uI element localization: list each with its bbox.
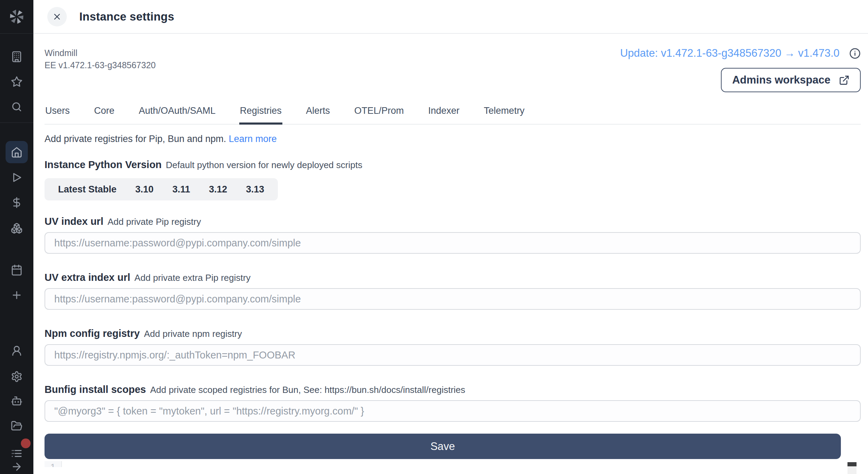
python-version-hint: Default python version for newly deploye… — [166, 160, 362, 170]
drawer-header: Instance settings — [33, 0, 868, 34]
product-name: Windmill — [45, 47, 156, 59]
tab-indexer[interactable]: Indexer — [427, 105, 460, 124]
star-icon[interactable] — [11, 76, 23, 88]
editor-peek: 1 — [45, 461, 861, 467]
list-icon[interactable] — [11, 448, 23, 459]
page-title: Instance settings — [79, 10, 174, 23]
bunfig-install-scopes-input[interactable] — [45, 400, 861, 422]
python-option-latest-stable[interactable]: Latest Stable — [49, 178, 126, 200]
robot-icon[interactable] — [11, 395, 23, 407]
edition-version: EE v1.472.1-63-g348567320 — [45, 59, 156, 71]
instance-version: Windmill EE v1.472.1-63-g348567320 — [45, 47, 156, 92]
gear-icon[interactable] — [11, 371, 23, 382]
npm-config-registry-hint: Add private npm registry — [144, 329, 242, 339]
npm-config-registry-input[interactable] — [45, 344, 861, 366]
tab-registries[interactable]: Registries — [239, 105, 282, 124]
sidebar-divider — [0, 33, 33, 34]
tab-otel-prom[interactable]: OTEL/Prom — [354, 105, 405, 124]
admins-workspace-button[interactable]: Admins workspace — [721, 68, 861, 92]
python-version-selector: Latest Stable 3.10 3.11 3.12 3.13 — [45, 178, 278, 200]
info-icon[interactable] — [849, 48, 861, 59]
python-option-3-10[interactable]: 3.10 — [126, 178, 163, 200]
uv-extra-index-url-label: UV extra index url — [45, 272, 130, 283]
python-version-title: Instance Python Version — [45, 159, 162, 170]
admins-workspace-label: Admins workspace — [732, 74, 830, 86]
learn-more-link[interactable]: Learn more — [229, 134, 277, 144]
scrollbar-thumb[interactable] — [847, 462, 857, 466]
settings-tabs: Users Core Auth/OAuth/SAML Registries Al… — [45, 105, 861, 125]
tab-telemetry[interactable]: Telemetry — [483, 105, 525, 124]
calendar-icon[interactable] — [11, 264, 23, 276]
python-option-3-12[interactable]: 3.12 — [200, 178, 237, 200]
tab-auth-oauth-saml[interactable]: Auth/OAuth/SAML — [138, 105, 216, 124]
update-link[interactable]: Update: v1.472.1-63-g348567320 → v1.473.… — [620, 47, 839, 60]
npm-config-registry-label: Npm config registry — [45, 328, 140, 339]
sidebar — [0, 0, 33, 474]
tab-core[interactable]: Core — [94, 105, 115, 124]
notification-badge — [21, 439, 31, 448]
uv-index-url-input[interactable] — [45, 232, 861, 254]
plus-icon[interactable] — [11, 289, 23, 301]
windmill-logo[interactable] — [8, 8, 25, 25]
scrollbar[interactable] — [847, 462, 857, 474]
external-link-icon — [839, 75, 850, 86]
bunfig-install-scopes-hint: Add private scoped registries for Bun, S… — [150, 385, 465, 395]
boxes-icon[interactable] — [11, 222, 23, 234]
building-icon[interactable] — [11, 51, 23, 63]
python-option-3-11[interactable]: 3.11 — [163, 178, 200, 200]
uv-index-url-hint: Add private Pip registry — [107, 216, 201, 227]
user-icon[interactable] — [11, 345, 23, 357]
play-icon[interactable] — [11, 172, 23, 183]
uv-extra-index-url-hint: Add private extra Pip registry — [135, 272, 251, 283]
uv-extra-index-url-input[interactable] — [45, 288, 861, 310]
tab-users[interactable]: Users — [45, 105, 71, 124]
uv-index-url-label: UV index url — [45, 216, 103, 227]
tab-alerts[interactable]: Alerts — [305, 105, 331, 124]
dollar-icon[interactable] — [11, 197, 23, 208]
instance-settings-panel: Instance settings Windmill EE v1.472.1-6… — [33, 0, 868, 474]
registries-intro-text: Add private registries for Pip, Bun and … — [45, 134, 226, 144]
arrow-right-icon[interactable] — [11, 461, 23, 473]
folder-open-icon[interactable] — [11, 420, 23, 432]
home-icon[interactable] — [11, 146, 23, 158]
editor-line-number: 1 — [45, 461, 62, 467]
bunfig-install-scopes-label: Bunfig install scopes — [45, 384, 146, 395]
sidebar-divider — [0, 123, 33, 123]
close-icon — [52, 12, 62, 22]
close-button[interactable] — [47, 7, 67, 26]
save-button[interactable]: Save — [45, 434, 841, 459]
python-option-3-13[interactable]: 3.13 — [236, 178, 274, 200]
search-icon[interactable] — [11, 101, 23, 113]
